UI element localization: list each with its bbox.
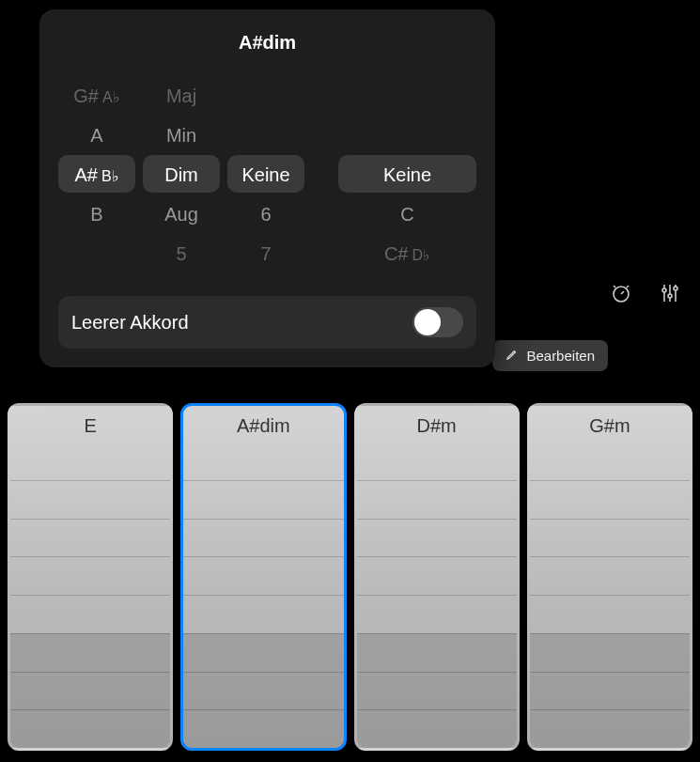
picker-item[interactable]: G#A♭	[73, 76, 119, 116]
chord-row[interactable]	[357, 633, 517, 672]
picker-item[interactable]: Maj	[166, 76, 196, 116]
chord-row[interactable]	[357, 443, 517, 480]
chord-row[interactable]	[530, 709, 690, 748]
chord-row[interactable]	[183, 443, 343, 480]
root-picker[interactable]: G#A♭AA#B♭B	[58, 76, 135, 273]
chord-row[interactable]	[530, 633, 690, 672]
svg-line-2	[614, 286, 615, 288]
chord-row[interactable]	[183, 633, 343, 672]
edit-button[interactable]: Bearbeiten	[492, 340, 608, 371]
chord-card[interactable]: D#m	[354, 403, 520, 751]
chord-row[interactable]	[183, 709, 343, 748]
chord-row[interactable]	[183, 672, 343, 710]
svg-point-5	[662, 288, 666, 292]
chord-row[interactable]	[10, 595, 170, 633]
chord-card[interactable]: E	[8, 403, 173, 751]
chord-label: D#m	[357, 406, 517, 443]
chord-row[interactable]	[183, 595, 343, 633]
picker-item[interactable]: A	[90, 116, 102, 155]
settings-icon[interactable]	[659, 282, 681, 308]
svg-line-1	[621, 291, 624, 294]
chord-label: E	[10, 406, 170, 443]
chord-row[interactable]	[10, 672, 170, 710]
empty-chord-row: Leerer Akkord	[58, 296, 476, 349]
chord-row[interactable]	[10, 443, 170, 480]
picker-item[interactable]: 7	[260, 234, 271, 273]
picker-item[interactable]: 6	[260, 194, 271, 234]
chord-label: A#dim	[183, 406, 343, 443]
svg-point-9	[674, 287, 677, 290]
picker-item[interactable]: A#B♭	[74, 155, 118, 194]
chord-row[interactable]	[357, 556, 517, 595]
empty-chord-toggle[interactable]	[412, 307, 463, 337]
pencil-icon	[506, 348, 519, 364]
chord-row[interactable]	[357, 519, 517, 557]
chord-label: G#m	[530, 406, 690, 443]
chord-row[interactable]	[530, 480, 690, 519]
chord-row[interactable]	[530, 556, 690, 595]
chord-row[interactable]	[530, 595, 690, 633]
picker-item[interactable]: 5	[176, 234, 186, 273]
chord-row[interactable]	[10, 556, 170, 595]
svg-line-3	[627, 286, 629, 288]
edit-button-label: Bearbeiten	[526, 348, 595, 364]
chord-card[interactable]: A#dim	[180, 403, 346, 751]
tempo-icon[interactable]	[610, 282, 632, 308]
chord-row[interactable]	[357, 595, 517, 633]
chord-row[interactable]	[183, 519, 343, 557]
extension-picker[interactable]: Keine67	[227, 76, 304, 273]
picker-item[interactable]: Keine	[383, 155, 431, 194]
chord-row[interactable]	[530, 672, 690, 710]
picker-item[interactable]: C	[400, 194, 413, 234]
picker-item[interactable]: B	[90, 194, 102, 234]
picker-item[interactable]: Min	[166, 116, 196, 155]
toolbar	[610, 282, 681, 308]
chord-row[interactable]	[10, 709, 170, 748]
picker-item[interactable]: Keine	[241, 155, 289, 194]
empty-chord-label: Leerer Akkord	[71, 312, 189, 334]
picker-item[interactable]: C#D♭	[384, 234, 430, 273]
chord-row[interactable]	[183, 556, 343, 595]
picker-item[interactable]: Dim	[164, 155, 198, 194]
chord-row[interactable]	[357, 709, 517, 748]
chord-row[interactable]	[10, 519, 170, 557]
chord-row[interactable]	[530, 443, 690, 480]
chord-strip: EA#dimD#mG#m	[0, 403, 700, 751]
chord-editor-popover: A#dim G#A♭AA#B♭B MajMinDimAug5 Keine67 K…	[39, 9, 495, 367]
chord-row[interactable]	[10, 480, 170, 519]
picker-row: G#A♭AA#B♭B MajMinDimAug5 Keine67 KeineCC…	[58, 76, 476, 273]
chord-row[interactable]	[357, 480, 517, 519]
picker-item[interactable]: Aug	[164, 194, 198, 234]
chord-row[interactable]	[530, 519, 690, 557]
bass-picker[interactable]: KeineCC#D♭	[338, 76, 476, 273]
chord-card[interactable]: G#m	[527, 403, 692, 751]
chord-row[interactable]	[183, 480, 343, 519]
chord-row[interactable]	[10, 633, 170, 672]
svg-point-7	[668, 294, 672, 298]
chord-row[interactable]	[357, 672, 517, 710]
quality-picker[interactable]: MajMinDimAug5	[143, 76, 220, 273]
popover-title: A#dim	[58, 32, 476, 54]
